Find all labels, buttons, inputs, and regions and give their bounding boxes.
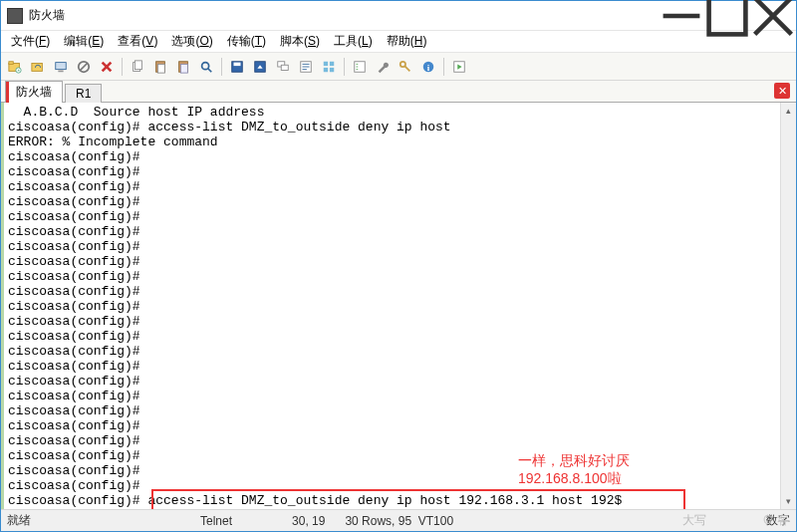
menu-script[interactable]: 脚本(S) (274, 32, 326, 51)
app-icon (7, 8, 23, 24)
toolbar-delete-icon[interactable] (97, 57, 117, 77)
status-caps: 大写 (682, 512, 706, 529)
svg-rect-5 (9, 61, 13, 64)
close-button[interactable] (750, 1, 796, 30)
toolbar-folder-sync-icon[interactable] (28, 57, 48, 77)
svg-rect-20 (180, 64, 187, 73)
svg-point-21 (202, 62, 209, 69)
app-window: 防火墙 文件(F) 编辑(E) 查看(V) 选项(O) 传输(T) 脚本(S) … (0, 0, 797, 532)
scroll-up-arrow-icon[interactable]: ▴ (781, 103, 796, 119)
svg-rect-28 (281, 65, 288, 70)
svg-rect-34 (330, 61, 334, 65)
svg-rect-1 (709, 0, 746, 34)
titlebar: 防火墙 (1, 1, 796, 31)
tab-r1[interactable]: R1 (65, 84, 102, 103)
toolbar-list-icon[interactable] (350, 57, 370, 77)
svg-line-22 (208, 68, 212, 72)
svg-rect-16 (134, 60, 141, 69)
toolbar-save-dl-icon[interactable] (250, 57, 270, 77)
tab-firewall[interactable]: 防火墙 (5, 81, 63, 103)
highlight-box (151, 489, 685, 509)
toolbar-tile-icon[interactable] (319, 57, 339, 77)
status-state: 就绪 (7, 512, 31, 529)
scroll-track[interactable] (781, 119, 796, 493)
toolbar-info-icon[interactable]: i (418, 57, 438, 77)
vertical-scrollbar[interactable]: ▴ ▾ (780, 103, 796, 509)
toolbar: ✶ i (1, 53, 796, 81)
toolbar-session-icon[interactable] (51, 57, 71, 77)
tab-label: 防火墙 (16, 85, 52, 99)
toolbar-save-icon[interactable] (227, 57, 247, 77)
menu-options[interactable]: 选项(O) (165, 32, 218, 51)
annotation-line1: 一样，思科好讨厌 (518, 451, 630, 469)
svg-rect-10 (58, 70, 63, 72)
svg-line-42 (404, 66, 409, 71)
svg-rect-36 (330, 67, 334, 71)
status-term: VT100 (418, 514, 453, 528)
annotation: 一样，思科好讨厌 192.168.8.100啦 (518, 451, 630, 487)
window-title: 防火墙 (29, 7, 659, 24)
menu-view[interactable]: 查看(V) (112, 32, 163, 51)
toolbar-windows-icon[interactable] (273, 57, 293, 77)
toolbar-find-icon[interactable] (196, 57, 216, 77)
toolbar-text-icon[interactable] (296, 57, 316, 77)
menu-edit[interactable]: 编辑(E) (58, 32, 110, 51)
toolbar-copy-icon[interactable] (128, 57, 147, 77)
svg-line-12 (81, 63, 88, 70)
tabbar: 防火墙 R1 ✕ (1, 81, 796, 103)
terminal-area: A.B.C.D Source host IP address ciscoasa(… (1, 103, 796, 509)
status-num: 数字 (766, 512, 790, 529)
toolbar-wrench-icon[interactable] (373, 57, 393, 77)
toolbar-paste-icon[interactable] (150, 57, 170, 77)
svg-rect-9 (56, 62, 67, 69)
toolbar-folder-new-icon[interactable]: ✶ (5, 57, 25, 77)
menu-help[interactable]: 帮助(H) (381, 32, 433, 51)
menubar: 文件(F) 编辑(E) 查看(V) 选项(O) 传输(T) 脚本(S) 工具(L… (1, 31, 796, 53)
toolbar-paste2-icon[interactable] (173, 57, 193, 77)
annotation-line2: 192.168.8.100啦 (518, 469, 630, 487)
menu-transfer[interactable]: 传输(T) (221, 32, 272, 51)
tab-label: R1 (76, 87, 91, 101)
status-size: 30 Rows, 95 (345, 514, 411, 528)
minimize-button[interactable] (659, 1, 704, 30)
svg-rect-33 (324, 61, 328, 65)
svg-rect-24 (234, 62, 241, 66)
svg-text:✶: ✶ (17, 68, 20, 73)
svg-rect-18 (157, 64, 164, 73)
menu-tools[interactable]: 工具(L) (328, 32, 379, 51)
status-proto: Telnet (200, 514, 232, 528)
status-pos: 30, 19 (292, 514, 325, 528)
maximize-button[interactable] (704, 1, 750, 30)
tab-close-button[interactable]: ✕ (774, 83, 790, 99)
svg-rect-35 (324, 67, 328, 71)
toolbar-play-icon[interactable] (449, 57, 469, 77)
svg-rect-37 (355, 61, 366, 72)
scroll-down-arrow-icon[interactable]: ▾ (781, 493, 796, 509)
toolbar-disconnect-icon[interactable] (74, 57, 94, 77)
menu-file[interactable]: 文件(F) (5, 32, 56, 51)
terminal[interactable]: A.B.C.D Source host IP address ciscoasa(… (4, 103, 780, 509)
toolbar-key-icon[interactable] (396, 57, 415, 77)
statusbar: 就绪 Telnet 30, 19 30 Rows, 95 VT100 大写 数字 (1, 509, 796, 531)
